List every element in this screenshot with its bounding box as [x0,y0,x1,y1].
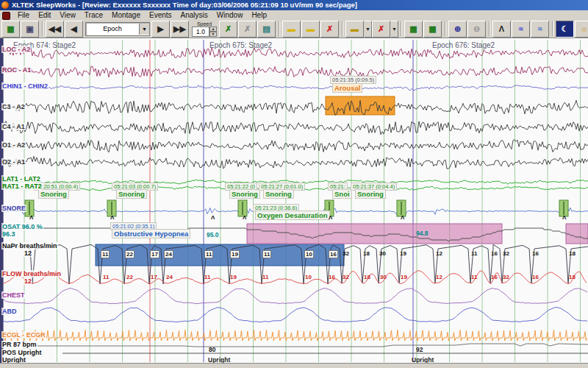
run-analysis-button[interactable]: ✗ [219,21,237,38]
spike-button[interactable]: Λ [492,21,511,38]
menu-view[interactable]: View [55,10,80,20]
stop-analysis-button[interactable]: ✗ [238,21,257,38]
menu-events[interactable]: Events [145,10,176,20]
zoom-out-button[interactable]: ⊖ [467,21,486,38]
next-note-button-dropdown[interactable]: ▼ [365,21,372,38]
delete-note-button[interactable]: ✗ [320,21,339,38]
bottom-edge-strip [0,363,588,368]
speed-up-icon[interactable]: ▲ [209,26,217,32]
waveform-canvas [0,38,588,363]
menu-file[interactable]: File [13,10,34,20]
speed-down-icon[interactable]: ▼ [209,32,217,37]
app-icon [1,1,9,9]
sleepworks-window: XLTEK SleepWorks - [Review: Exxxxxx Sxxx… [0,0,588,368]
epoch-grid-button[interactable]: ▤ [257,21,276,38]
prev-page-button[interactable]: ◀◀ [46,21,64,38]
toolbar-separator [42,21,43,36]
toolbar-separator [445,21,446,36]
day-mode-button[interactable]: ☼ [575,21,588,38]
remove-note-button[interactable]: ✗ [372,21,390,38]
next-note-button[interactable]: ▬ [345,21,364,38]
epoch-mode-label: Epoch [86,25,139,32]
menu-montage[interactable]: Montage [107,10,145,20]
toolbar: ▦▣◀◀◀Epoch▼▶▶▶Speed1.0▲▼✗✗▤▬▬✗▬▼✗▼▦▦⊕⊖Λ≈… [0,20,588,38]
chevron-down-icon[interactable]: ▼ [139,24,149,35]
speed-label: Speed [197,21,212,26]
toolbar-separator [552,21,553,36]
epoch-mode-select[interactable]: Epoch▼ [85,22,150,36]
toolbar-separator [279,21,280,36]
remove-note-button-dropdown[interactable]: ▼ [391,21,398,38]
copy-note-button[interactable]: ▬ [301,21,320,38]
menu-bar: FileEditViewTraceMontageEventsAnalysisWi… [0,10,588,21]
menu-window[interactable]: Window [212,10,248,20]
zoom-in-button[interactable]: ⊕ [448,21,467,38]
toolbar-separator [489,21,490,36]
next-epoch-button[interactable]: ▶ [151,21,170,38]
montage-button[interactable]: ▦ [1,21,20,38]
waves-button[interactable]: ≈ [531,21,549,38]
night-mode-button[interactable]: ☾ [556,21,574,38]
print-montage-button[interactable]: ▦ [423,21,442,38]
menu-trace[interactable]: Trace [80,10,107,20]
menu-edit[interactable]: Edit [34,10,55,20]
prev-epoch-button[interactable]: ◀ [65,21,83,38]
toolbar-separator [401,21,402,36]
menu-help[interactable]: Help [247,10,271,20]
speed-control[interactable]: Speed1.0▲▼ [192,21,217,37]
next-page-button[interactable]: ▶▶ [171,21,189,38]
filter-button[interactable]: ≈ [512,21,530,38]
document-icon[interactable] [2,12,10,20]
speed-value[interactable]: 1.0 [192,26,209,37]
title-bar[interactable]: XLTEK SleepWorks - [Review: Exxxxxx Sxxx… [0,0,588,10]
toolbar-separator [342,21,343,36]
add-note-button[interactable]: ▬ [282,21,301,38]
save-montage-button[interactable]: ▦ [404,21,423,38]
menu-analysis[interactable]: Analysis [176,10,212,20]
window-title: XLTEK SleepWorks - [Review: Exxxxxx Sxxx… [12,0,357,10]
video-button[interactable]: ▣ [21,21,39,38]
